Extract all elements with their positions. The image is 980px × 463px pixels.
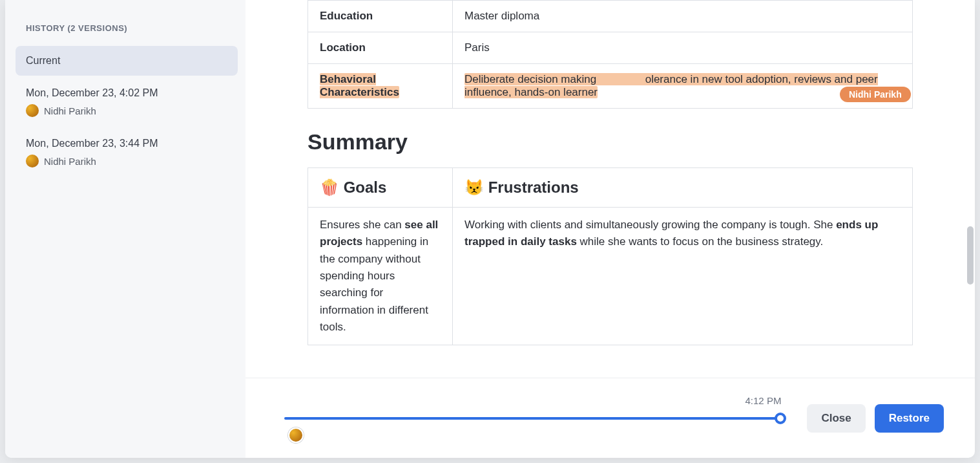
field-value: Deliberate decision making, low risk tol… bbox=[453, 64, 913, 109]
history-item-user: Nidhi Parikh bbox=[26, 104, 227, 117]
history-modal: HISTORY (2 VERSIONS) Current Mon, Decemb… bbox=[5, 0, 975, 458]
frustrations-text: Working with clients and simultaneously … bbox=[453, 208, 913, 345]
sidebar-title: HISTORY (2 VERSIONS) bbox=[16, 16, 238, 46]
field-label: Location bbox=[308, 32, 453, 64]
history-item-label: Mon, December 23, 4:02 PM bbox=[26, 87, 227, 99]
history-item-user: Nidhi Parikh bbox=[26, 155, 227, 167]
history-item-current[interactable]: Current bbox=[16, 46, 238, 76]
history-item[interactable]: Mon, December 23, 3:44 PM Nidhi Parikh bbox=[16, 129, 238, 177]
field-value: Paris bbox=[453, 32, 913, 64]
text-span: Working with clients and simultaneously … bbox=[464, 219, 836, 231]
text-span: Deliberate decision making bbox=[464, 73, 596, 85]
table-row: Location Paris bbox=[308, 32, 913, 64]
history-item-label: Current bbox=[26, 55, 227, 67]
avatar bbox=[26, 104, 39, 117]
table-row: Ensures she can see all projects happeni… bbox=[308, 208, 913, 345]
timeline-track[interactable] bbox=[284, 417, 781, 420]
summary-table: 🍿 Goals 😾 Frustrations Ensures she can s… bbox=[308, 167, 913, 345]
table-row: Behavioral Characteristics Deliberate de… bbox=[308, 64, 913, 109]
text-span: Ensures she can bbox=[320, 219, 404, 231]
highlighted-text: Deliberate decision making, low risk tol… bbox=[464, 73, 878, 98]
timeline-handle[interactable] bbox=[775, 413, 786, 424]
highlighted-text: Behavioral Characteristics bbox=[320, 73, 399, 98]
text-span: happening in the company without spendin… bbox=[320, 235, 428, 333]
profile-table: Education Master diploma Location Paris … bbox=[308, 0, 913, 109]
main-area: Education Master diploma Location Paris … bbox=[245, 0, 975, 458]
document-content[interactable]: Education Master diploma Location Paris … bbox=[245, 0, 975, 378]
text-span: while she wants to focus on the business… bbox=[577, 235, 823, 248]
footer-bar: 4:12 PM Close Restore bbox=[245, 378, 975, 458]
section-heading-summary: Summary bbox=[308, 129, 913, 155]
field-label: Behavioral Characteristics bbox=[308, 64, 453, 109]
frustrations-header: 😾 Frustrations bbox=[453, 168, 913, 208]
user-name: Nidhi Parikh bbox=[44, 105, 96, 116]
goals-text: Ensures she can see all projects happeni… bbox=[308, 208, 453, 345]
history-sidebar: HISTORY (2 VERSIONS) Current Mon, Decemb… bbox=[5, 0, 245, 458]
scrollbar-thumb[interactable] bbox=[967, 226, 974, 285]
user-name: Nidhi Parikh bbox=[44, 156, 96, 167]
field-label: Education bbox=[308, 1, 453, 32]
history-item-label: Mon, December 23, 3:44 PM bbox=[26, 138, 227, 149]
avatar bbox=[26, 155, 39, 167]
close-button[interactable]: Close bbox=[807, 404, 865, 433]
field-value: Master diploma bbox=[453, 1, 913, 32]
goals-header: 🍿 Goals bbox=[308, 168, 453, 208]
table-row: Education Master diploma bbox=[308, 1, 913, 32]
history-item[interactable]: Mon, December 23, 4:02 PM Nidhi Parikh bbox=[16, 78, 238, 126]
timeline-avatar[interactable] bbox=[288, 427, 304, 443]
version-timeline[interactable]: 4:12 PM bbox=[284, 399, 781, 438]
timeline-time-label: 4:12 PM bbox=[745, 395, 782, 406]
edit-annotation-badge[interactable]: Nidhi Parikh bbox=[840, 87, 911, 102]
restore-button[interactable]: Restore bbox=[875, 404, 944, 433]
table-header-row: 🍿 Goals 😾 Frustrations bbox=[308, 168, 913, 208]
